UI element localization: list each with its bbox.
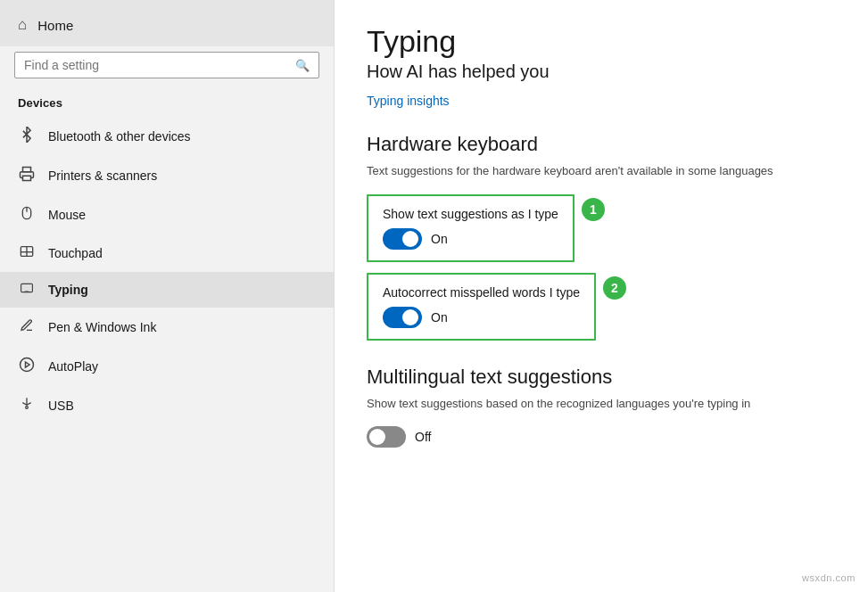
search-input[interactable] bbox=[24, 58, 290, 72]
hardware-keyboard-desc: Text suggestions for the hardware keyboa… bbox=[367, 163, 836, 179]
touchpad-icon bbox=[18, 244, 36, 262]
typing-insights-link[interactable]: Typing insights bbox=[367, 94, 450, 108]
autocorrect-label: Autocorrect misspelled words I type bbox=[383, 285, 580, 300]
svg-rect-0 bbox=[23, 168, 31, 172]
multilingual-section: Multilingual text suggestions Show text … bbox=[367, 366, 836, 448]
svg-point-16 bbox=[21, 358, 34, 372]
show-text-suggestions-toggle-row: On bbox=[383, 228, 558, 250]
setting-2-container: Autocorrect misspelled words I type On 2 bbox=[367, 273, 836, 349]
home-icon: ⌂ bbox=[18, 16, 27, 34]
sidebar-home-button[interactable]: ⌂ Home bbox=[0, 0, 334, 46]
sidebar-item-label-typing: Typing bbox=[48, 283, 88, 297]
hardware-keyboard-heading: Hardware keyboard bbox=[367, 133, 836, 156]
show-text-suggestions-state: On bbox=[431, 232, 448, 246]
mouse-icon bbox=[18, 205, 36, 225]
main-content: Typing How AI has helped you Typing insi… bbox=[335, 0, 868, 592]
sidebar-item-label-printers: Printers & scanners bbox=[48, 169, 157, 183]
autocorrect-toggle[interactable] bbox=[383, 307, 422, 328]
svg-rect-7 bbox=[21, 284, 33, 292]
printers-icon bbox=[18, 166, 36, 185]
autocorrect-state: On bbox=[431, 310, 448, 325]
sidebar-item-label-bluetooth: Bluetooth & other devices bbox=[48, 129, 191, 144]
keyboard-icon bbox=[18, 282, 36, 298]
multilingual-toggle[interactable] bbox=[367, 426, 406, 448]
sidebar-item-printers[interactable]: Printers & scanners bbox=[0, 156, 334, 195]
sidebar: ⌂ Home 🔍 Devices Bluetooth & other devic… bbox=[0, 0, 335, 592]
show-text-suggestions-label: Show text suggestions as I type bbox=[383, 207, 558, 221]
sidebar-item-label-pen: Pen & Windows Ink bbox=[48, 320, 156, 334]
sidebar-item-pen[interactable]: Pen & Windows Ink bbox=[0, 308, 334, 347]
bluetooth-icon bbox=[18, 127, 36, 146]
sidebar-item-bluetooth[interactable]: Bluetooth & other devices bbox=[0, 117, 334, 156]
usb-icon bbox=[18, 396, 36, 415]
multilingual-desc: Show text suggestions based on the recog… bbox=[367, 396, 836, 412]
sidebar-item-label-touchpad: Touchpad bbox=[48, 246, 103, 260]
autocorrect-toggle-row: On bbox=[383, 307, 580, 328]
multilingual-toggle-row: Off bbox=[367, 426, 836, 448]
multilingual-heading: Multilingual text suggestions bbox=[367, 366, 836, 389]
search-box[interactable]: 🔍 bbox=[14, 52, 319, 78]
setting-1-container: Show text suggestions as I type On 1 bbox=[367, 194, 836, 271]
show-text-suggestions-toggle[interactable] bbox=[383, 228, 422, 250]
svg-marker-17 bbox=[26, 362, 30, 367]
sidebar-home-label: Home bbox=[37, 18, 73, 33]
autoplay-icon bbox=[18, 357, 36, 376]
sidebar-item-label-usb: USB bbox=[48, 399, 74, 413]
badge-1: 1 bbox=[582, 198, 605, 221]
search-icon: 🔍 bbox=[295, 59, 310, 72]
sidebar-item-typing[interactable]: Typing bbox=[0, 272, 334, 308]
pen-icon bbox=[18, 317, 36, 337]
sidebar-item-autoplay[interactable]: AutoPlay bbox=[0, 347, 334, 386]
multilingual-state: Off bbox=[415, 430, 431, 444]
page-subtitle: How AI has helped you bbox=[367, 62, 836, 82]
badge-2: 2 bbox=[603, 276, 626, 300]
sidebar-section-label: Devices bbox=[0, 91, 334, 117]
sidebar-item-touchpad[interactable]: Touchpad bbox=[0, 234, 334, 272]
svg-rect-1 bbox=[23, 176, 31, 180]
sidebar-item-label-mouse: Mouse bbox=[48, 208, 86, 222]
page-title: Typing bbox=[367, 25, 836, 58]
sidebar-item-mouse[interactable]: Mouse bbox=[0, 195, 334, 234]
autocorrect-box: Autocorrect misspelled words I type On bbox=[367, 273, 596, 341]
sidebar-item-usb[interactable]: USB bbox=[0, 386, 334, 425]
sidebar-item-label-autoplay: AutoPlay bbox=[48, 359, 98, 374]
show-text-suggestions-box: Show text suggestions as I type On bbox=[367, 194, 575, 262]
